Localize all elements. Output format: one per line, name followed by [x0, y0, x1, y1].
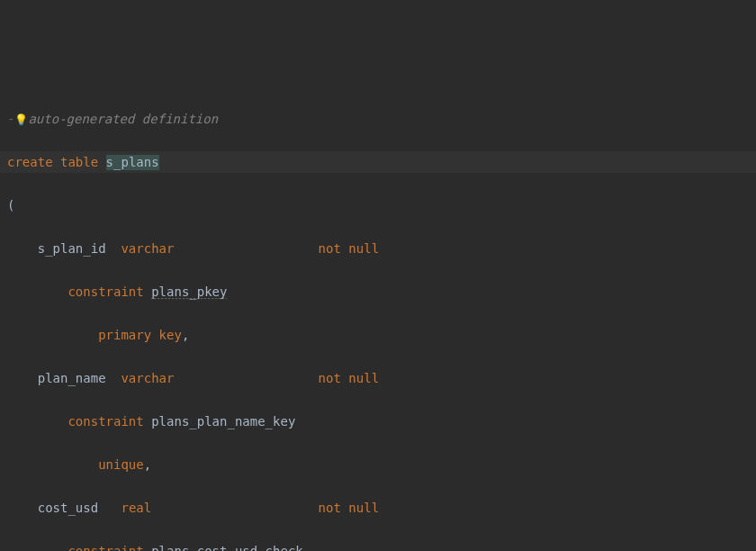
comment: auto-generated definition [28, 112, 218, 126]
kw-not: not [319, 241, 341, 256]
type-varchar: varchar [121, 371, 174, 385]
kw-primary: primary [98, 328, 151, 342]
comma: , [144, 457, 151, 472]
type-real: real [121, 501, 151, 515]
col-plan-name: plan_name [38, 371, 106, 385]
kw-null: null [348, 371, 379, 385]
kw-constraint: constraint [68, 544, 143, 551]
col-s-plan-id: s_plan_id [38, 241, 106, 256]
id-plan-name-key: plans_plan_name_key [151, 414, 295, 429]
kw-unique: unique [98, 457, 144, 472]
paren-open: ( [7, 198, 14, 212]
kw-constraint: constraint [68, 285, 143, 299]
id-cost-check: plans_cost_usd_check [151, 544, 303, 551]
table-name: s_plans [106, 155, 159, 170]
kw-null: null [348, 501, 379, 515]
kw-null: null [348, 241, 379, 256]
lightbulb-icon[interactable]: 💡 [14, 113, 28, 126]
kw-constraint: constraint [68, 414, 143, 429]
col-cost-usd: cost_usd [38, 501, 98, 515]
comma: , [182, 328, 189, 342]
code-editor[interactable]: -💡auto-generated definition create table… [0, 86, 756, 551]
type-varchar: varchar [121, 241, 174, 256]
id-plans-pkey: plans_pkey [151, 285, 227, 300]
kw-not: not [319, 501, 341, 515]
keyword-table: table [60, 155, 98, 169]
keyword-create: create [7, 155, 53, 169]
kw-not: not [319, 371, 341, 385]
kw-key: key [159, 328, 182, 342]
